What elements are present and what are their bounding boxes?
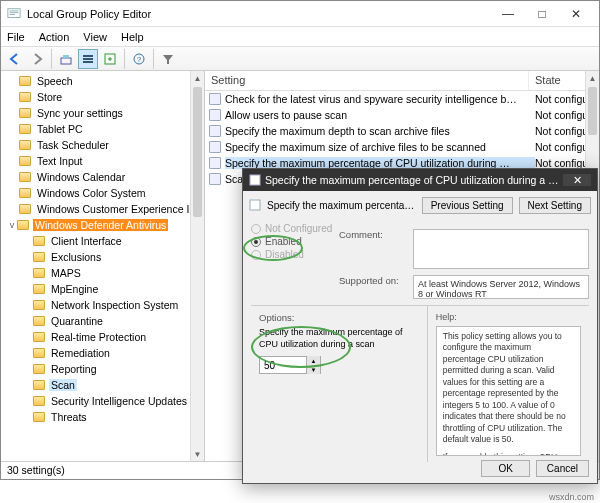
chevron-down-icon[interactable]: v — [7, 220, 17, 230]
filter-icon[interactable] — [158, 49, 178, 69]
tree-label: Tablet PC — [35, 123, 85, 135]
previous-setting-button[interactable]: Previous Setting — [422, 197, 513, 214]
list-row[interactable]: Specify the maximum size of archive file… — [205, 139, 599, 155]
tree-label: Text Input — [35, 155, 85, 167]
next-setting-button[interactable]: Next Setting — [519, 197, 591, 214]
tree-item[interactable]: Network Inspection System — [19, 297, 204, 313]
radio-disabled[interactable]: Disabled — [251, 249, 339, 260]
tree-label: MpEngine — [49, 283, 100, 295]
tree-item[interactable]: Windows Calendar — [19, 169, 204, 185]
folder-icon — [19, 140, 31, 150]
tree-item[interactable]: Windows Color System — [19, 185, 204, 201]
supported-label: Supported on: — [339, 275, 409, 286]
ok-button[interactable]: OK — [481, 460, 529, 477]
forward-icon[interactable] — [27, 49, 47, 69]
tree-item[interactable]: Store — [19, 89, 204, 105]
minimize-button[interactable]: — — [491, 3, 525, 25]
tree-label: Scan — [49, 379, 77, 391]
titlebar: Local Group Policy Editor — □ ✕ — [1, 1, 599, 27]
list-header: Setting State — [205, 71, 599, 91]
list-row[interactable]: Check for the latest virus and spyware s… — [205, 91, 599, 107]
folder-icon — [19, 156, 31, 166]
app-icon — [7, 7, 21, 21]
cancel-button[interactable]: Cancel — [536, 460, 589, 477]
tree-item[interactable]: Scan — [19, 377, 204, 393]
folder-icon — [19, 172, 31, 182]
policy-icon — [209, 125, 221, 137]
folder-icon — [19, 124, 31, 134]
row-text: Specify the maximum size of archive file… — [225, 141, 535, 153]
tree-item[interactable]: vWindows Defender Antivirus — [19, 217, 204, 233]
folder-icon — [33, 348, 45, 358]
radio-not-configured[interactable]: Not Configured — [251, 223, 339, 234]
tree-item[interactable]: Exclusions — [19, 249, 204, 265]
tree-scrollbar[interactable]: ▲ ▼ — [190, 71, 204, 461]
dialog-subheader: Specify the maximum percentage of CPU ut… — [243, 191, 597, 219]
dialog-subtitle: Specify the maximum percentage of CPU ut… — [267, 200, 416, 211]
tree-item[interactable]: Quarantine — [19, 313, 204, 329]
tree-item[interactable]: Reporting — [19, 361, 204, 377]
help-icon[interactable]: ? — [129, 49, 149, 69]
list-icon[interactable] — [78, 49, 98, 69]
folder-icon — [33, 380, 45, 390]
tree-item[interactable]: Threats — [19, 409, 204, 425]
folder-icon — [19, 204, 31, 214]
export-icon[interactable] — [100, 49, 120, 69]
list-row[interactable]: Specify the maximum depth to scan archiv… — [205, 123, 599, 139]
svg-rect-3 — [10, 14, 15, 15]
folder-icon — [19, 188, 31, 198]
tree-item[interactable]: Client Interface — [19, 233, 204, 249]
tree-item[interactable]: Text Input — [19, 153, 204, 169]
svg-text:?: ? — [137, 55, 142, 64]
folder-icon — [19, 92, 31, 102]
tree-item[interactable]: Security Intelligence Updates — [19, 393, 204, 409]
spinner-down-icon[interactable]: ▼ — [306, 365, 320, 374]
tree-item[interactable]: Remediation — [19, 345, 204, 361]
spinner-up-icon[interactable]: ▲ — [306, 356, 320, 365]
up-icon[interactable] — [56, 49, 76, 69]
tree-label: Network Inspection System — [49, 299, 180, 311]
tree-item[interactable]: Tablet PC — [19, 121, 204, 137]
maximize-button[interactable]: □ — [525, 3, 559, 25]
list-row[interactable]: Allow users to pause scanNot configu — [205, 107, 599, 123]
menu-help[interactable]: Help — [121, 31, 144, 43]
col-setting[interactable]: Setting — [205, 71, 529, 90]
svg-rect-8 — [83, 61, 93, 63]
tree-item[interactable]: Real-time Protection — [19, 329, 204, 345]
dialog-close-button[interactable]: ✕ — [563, 174, 591, 186]
help-text: This policy setting allows you to config… — [436, 326, 581, 456]
watermark: wsxdn.com — [549, 492, 594, 502]
dialog-icon — [249, 174, 261, 186]
scroll-up-icon[interactable]: ▲ — [191, 71, 204, 85]
folder-icon — [33, 316, 45, 326]
tree-item[interactable]: Windows Customer Experience Im — [19, 201, 204, 217]
scroll-thumb[interactable] — [193, 87, 202, 217]
tree-item[interactable]: Speech — [19, 73, 204, 89]
policy-icon — [249, 199, 261, 211]
tree-label: Windows Color System — [35, 187, 148, 199]
comment-textarea[interactable] — [413, 229, 589, 269]
folder-icon — [19, 108, 31, 118]
state-radio-group: Not Configured Enabled Disabled — [251, 223, 339, 299]
back-icon[interactable] — [5, 49, 25, 69]
supported-text: At least Windows Server 2012, Windows 8 … — [413, 275, 589, 299]
cpu-percent-spinner[interactable]: 50 ▲ ▼ — [259, 356, 321, 374]
folder-icon — [19, 76, 31, 86]
menu-action[interactable]: Action — [39, 31, 70, 43]
scroll-thumb[interactable] — [588, 87, 597, 135]
scroll-up-icon[interactable]: ▲ — [586, 71, 599, 85]
folder-icon — [17, 220, 29, 230]
row-text: Allow users to pause scan — [225, 109, 535, 121]
tree-item[interactable]: Sync your settings — [19, 105, 204, 121]
toolbar: ? — [1, 47, 599, 71]
tree-item[interactable]: Task Scheduler — [19, 137, 204, 153]
close-button[interactable]: ✕ — [559, 3, 593, 25]
tree-item[interactable]: MpEngine — [19, 281, 204, 297]
tree-item[interactable]: MAPS — [19, 265, 204, 281]
menu-view[interactable]: View — [83, 31, 107, 43]
radio-enabled[interactable]: Enabled — [251, 236, 339, 247]
spinner-value[interactable]: 50 — [260, 360, 306, 371]
scroll-down-icon[interactable]: ▼ — [191, 447, 204, 461]
menu-file[interactable]: File — [7, 31, 25, 43]
option-label: Specify the maximum percentage of CPU ut… — [259, 327, 419, 350]
